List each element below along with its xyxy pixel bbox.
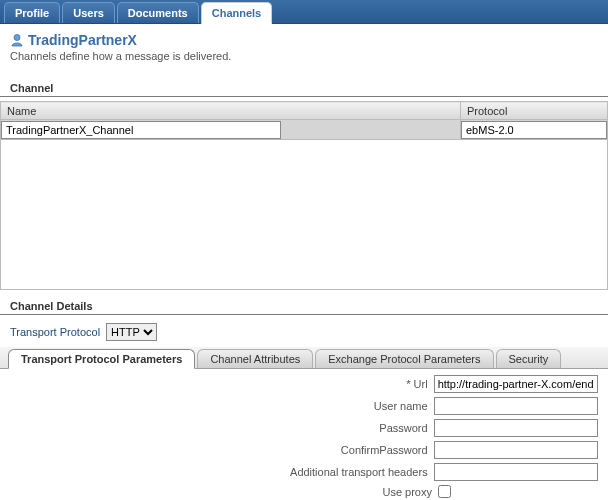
tab-channels[interactable]: Channels <box>201 2 273 24</box>
table-blank-area <box>0 140 608 290</box>
page-desc: Channels define how a message is deliver… <box>10 48 598 70</box>
label-additional-headers: Additional transport headers <box>10 466 434 478</box>
section-channel: Channel <box>0 76 608 97</box>
transport-protocol-row: Transport Protocol HTTP <box>0 315 608 347</box>
input-password[interactable] <box>434 419 598 437</box>
tab-documents[interactable]: Documents <box>117 2 199 23</box>
label-confirm-password: ConfirmPassword <box>10 444 434 456</box>
tab-channel-attributes[interactable]: Channel Attributes <box>197 349 313 368</box>
top-tabs: Profile Users Documents Channels <box>0 0 608 24</box>
tab-security[interactable]: Security <box>496 349 562 368</box>
detail-tabs: Transport Protocol Parameters Channel At… <box>0 347 608 369</box>
page-title-text: TradingPartnerX <box>28 32 137 48</box>
label-use-proxy: Use proxy <box>10 486 438 498</box>
svg-point-0 <box>14 35 20 41</box>
label-url: Url <box>10 378 434 390</box>
tab-profile[interactable]: Profile <box>4 2 60 23</box>
channel-table: Name Protocol <box>0 101 608 140</box>
label-username: User name <box>10 400 434 412</box>
form-area: Url User name Password ConfirmPassword A… <box>0 369 608 500</box>
cell-protocol-input[interactable] <box>461 121 607 139</box>
label-password: Password <box>10 422 434 434</box>
tab-exchange-protocol-parameters[interactable]: Exchange Protocol Parameters <box>315 349 493 368</box>
input-username[interactable] <box>434 397 598 415</box>
col-protocol[interactable]: Protocol <box>461 102 608 120</box>
table-row[interactable] <box>1 120 608 140</box>
page-title: TradingPartnerX <box>10 32 598 48</box>
tab-users[interactable]: Users <box>62 2 115 23</box>
partner-icon <box>10 33 24 47</box>
page-header: TradingPartnerX Channels define how a me… <box>0 24 608 72</box>
transport-protocol-label: Transport Protocol <box>10 326 100 338</box>
input-confirm-password[interactable] <box>434 441 598 459</box>
col-name[interactable]: Name <box>1 102 461 120</box>
transport-protocol-select[interactable]: HTTP <box>106 323 157 341</box>
checkbox-use-proxy[interactable] <box>438 485 451 498</box>
input-url[interactable] <box>434 375 598 393</box>
input-additional-headers[interactable] <box>434 463 598 481</box>
tab-transport-protocol-parameters[interactable]: Transport Protocol Parameters <box>8 349 195 369</box>
section-channel-details: Channel Details <box>0 294 608 315</box>
cell-name-input[interactable] <box>1 121 281 139</box>
